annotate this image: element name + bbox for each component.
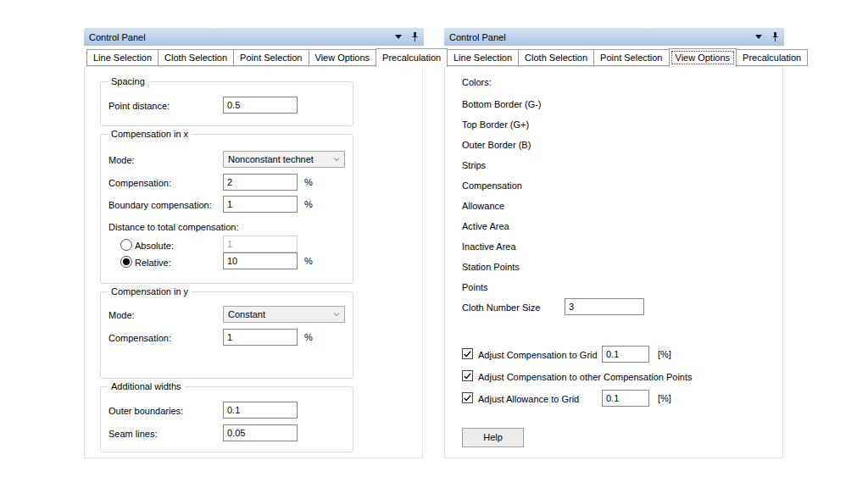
compensation-x-input[interactable] (223, 174, 298, 191)
adjust-compensation-to-grid-label: Adjust Compensation to Grid (478, 349, 598, 361)
relative-radio[interactable] (120, 256, 132, 268)
tab-point-selection[interactable]: Point Selection (593, 49, 669, 66)
color-label: Inactive Area (462, 241, 516, 252)
chevron-down-icon (333, 158, 340, 162)
colors-heading: Colors: (462, 76, 492, 88)
mode-y-label: Mode: (108, 309, 135, 321)
group-title: Compensation in y (108, 286, 192, 297)
group-title: Additional widths (108, 380, 185, 392)
relative-label: Relative: (135, 257, 171, 269)
chevron-down-icon (333, 313, 340, 317)
group-title: Spacing (108, 75, 148, 87)
mode-x-label: Mode: (108, 154, 135, 166)
dropdown-arrow-icon[interactable] (755, 35, 762, 39)
color-label: Points (462, 281, 488, 293)
tab-strip: Line Selection Cloth Selection Point Sel… (447, 47, 807, 66)
percent-unit: % (304, 256, 313, 266)
color-label: Active Area (462, 220, 509, 232)
check-icon (463, 394, 472, 402)
percent-unit: % (304, 177, 313, 187)
outer-boundaries-input[interactable] (223, 402, 298, 419)
tab-cloth-selection[interactable]: Cloth Selection (158, 49, 234, 66)
absolute-radio[interactable] (120, 239, 132, 251)
compensation-x-label: Compensation: (108, 177, 171, 189)
compensation-y-label: Compensation: (108, 332, 171, 344)
pin-icon[interactable] (771, 31, 779, 42)
color-label: Bottom Border (G-) (462, 98, 542, 110)
panel-title: Control Panel (449, 32, 755, 42)
radio-dot (123, 258, 130, 265)
color-label: Compensation (462, 180, 522, 191)
point-distance-label: Point distance: (108, 100, 170, 112)
distance-total-compensation-label: Distance to total compensation: (108, 221, 238, 233)
tab-view-options[interactable]: View Options (669, 48, 737, 67)
control-panel-left: Control Panel Line Selection Cloth Selec… (84, 28, 424, 458)
color-label: Strips (462, 159, 486, 171)
percent-bracket-unit: [%] (658, 349, 671, 359)
mode-x-select[interactable]: Nonconstant technet (223, 151, 345, 168)
tab-line-selection[interactable]: Line Selection (86, 49, 159, 66)
point-distance-input[interactable] (223, 97, 298, 114)
seam-lines-label: Seam lines: (108, 428, 157, 440)
tab-line-selection[interactable]: Line Selection (447, 49, 519, 66)
color-label: Station Points (462, 261, 520, 273)
tab-strip: Line Selection Cloth Selection Point Sel… (86, 47, 447, 66)
cloth-number-size-label: Cloth Number Size (462, 302, 540, 313)
tab-precalculation[interactable]: Precalculation (736, 49, 808, 66)
adjust-compensation-to-grid-checkbox[interactable] (462, 348, 473, 359)
compensation-y-input[interactable] (223, 329, 298, 346)
adjust-allowance-to-grid-input[interactable] (602, 390, 649, 407)
check-icon (463, 372, 472, 380)
color-label: Top Border (G+) (462, 119, 529, 130)
additional-widths-group: Additional widths (100, 386, 353, 452)
boundary-compensation-input[interactable] (223, 196, 298, 213)
adjust-compensation-to-grid-input[interactable] (602, 346, 649, 363)
help-button[interactable]: Help (462, 428, 524, 447)
mode-y-select[interactable]: Constant (223, 306, 345, 323)
outer-boundaries-label: Outer boundaries: (108, 405, 183, 417)
tab-view-options[interactable]: View Options (309, 49, 377, 66)
group-title: Compensation in x (108, 128, 192, 140)
absolute-label: Absolute: (135, 240, 174, 252)
titlebar: Control Panel (444, 28, 784, 46)
adjust-compensation-to-other-points-label: Adjust Compensation to other Compensatio… (478, 371, 693, 383)
check-icon (463, 350, 472, 358)
tab-cloth-selection[interactable]: Cloth Selection (518, 49, 594, 66)
percent-unit: % (304, 332, 313, 342)
pin-icon[interactable] (411, 31, 419, 42)
dropdown-arrow-icon[interactable] (395, 35, 402, 39)
cloth-number-size-input[interactable] (565, 298, 644, 315)
percent-bracket-unit: [%] (658, 393, 671, 403)
relative-input[interactable] (223, 252, 298, 269)
control-panel-right: Control Panel Line Selection Cloth Selec… (444, 28, 784, 458)
boundary-compensation-label: Boundary compensation: (108, 199, 212, 211)
adjust-allowance-to-grid-checkbox[interactable] (462, 392, 473, 403)
adjust-compensation-to-other-points-checkbox[interactable] (462, 370, 473, 381)
panel-title: Control Panel (89, 32, 395, 42)
color-label: Outer Border (B) (462, 139, 531, 151)
percent-unit: % (304, 199, 313, 209)
seam-lines-input[interactable] (223, 424, 298, 441)
adjust-allowance-to-grid-label: Adjust Allowance to Grid (478, 393, 579, 405)
absolute-input (223, 236, 298, 252)
titlebar: Control Panel (84, 28, 424, 46)
tab-precalculation[interactable]: Precalculation (376, 48, 448, 67)
tab-point-selection[interactable]: Point Selection (233, 49, 309, 66)
color-label: Allowance (462, 200, 504, 212)
